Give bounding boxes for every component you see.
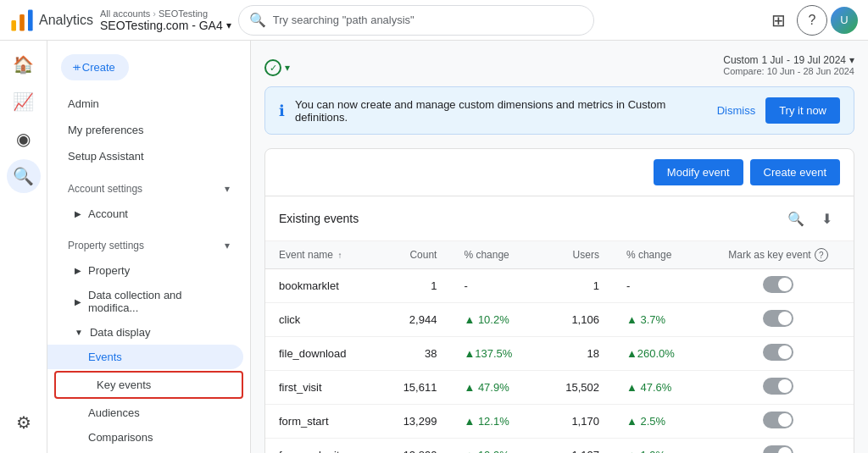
event-name-cell: bookmarklet — [265, 269, 378, 303]
sidebar-item-custom-definitions[interactable]: Custom definitions — [47, 450, 250, 453]
explore-nav-icon[interactable]: ◉ — [7, 122, 41, 156]
sidebar-item-data-display[interactable]: ▼ Data display — [47, 320, 250, 345]
sidebar-item-property[interactable]: ▶ Property — [47, 258, 250, 283]
key-event-toggle[interactable] — [763, 445, 793, 453]
toggle-cell[interactable] — [703, 303, 854, 337]
info-banner: ℹ You can now create and manage custom d… — [264, 86, 854, 135]
count-header: Count — [378, 241, 451, 269]
collapse-property-icon: ▾ — [225, 240, 230, 251]
event-name-cell: form_submit — [265, 439, 378, 454]
create-event-button[interactable]: Create event — [750, 159, 840, 185]
users-change-cell: ▲ 2.5% — [613, 405, 703, 439]
count-change-cell: ▲ 47.9% — [450, 371, 540, 405]
count-change-cell: ▲ 12.1% — [450, 405, 540, 439]
data-collection-expand-icon: ▶ — [75, 297, 81, 307]
count-cell: 12,890 — [378, 439, 451, 454]
key-event-toggle[interactable] — [763, 310, 793, 327]
date-from: 1 Jul — [762, 54, 783, 66]
date-range-picker[interactable]: Custom 1 Jul - 19 Jul 2024 ▾ Compare: 10… — [723, 54, 854, 76]
table-row: form_start 13,299 ▲ 12.1% 1,170 ▲ 2.5% — [265, 405, 854, 439]
count-cell: 13,299 — [378, 405, 451, 439]
reports-nav-icon[interactable]: 📈 — [7, 85, 41, 119]
count-change-cell: - — [450, 269, 540, 303]
users-header: Users — [540, 241, 613, 269]
account-selector[interactable]: SEOTesting.com - GA4 ▾ — [100, 19, 231, 32]
main-content: ✓ ▾ Custom 1 Jul - 19 Jul 2024 ▾ Compare… — [251, 41, 868, 453]
custom-label: Custom — [723, 54, 758, 66]
users-change-cell: - — [613, 269, 703, 303]
svg-rect-0 — [11, 20, 16, 31]
breadcrumb: All accounts › SEOTesting — [100, 8, 231, 19]
chevron-down-icon: ▾ — [226, 19, 231, 31]
svg-rect-1 — [19, 14, 25, 31]
compare-range: Compare: 10 Jun - 28 Jun 2024 — [723, 66, 854, 76]
events-card: Modify event Create event Existing event… — [264, 148, 854, 453]
expand-arrow-icon: ▶ — [75, 209, 81, 218]
users-change-cell: ▲260.0% — [613, 337, 703, 371]
existing-events-title: Existing events — [279, 212, 359, 225]
sidebar-item-my-preferences[interactable]: My preferences — [47, 117, 250, 143]
advertising-nav-icon[interactable]: 🔍 — [7, 159, 41, 193]
count-change-header: % change — [450, 241, 540, 269]
key-event-toggle[interactable] — [763, 276, 793, 293]
table-row: file_download 38 ▲137.5% 18 ▲260.0% — [265, 337, 854, 371]
info-icon: ℹ — [279, 102, 285, 120]
count-change-cell: ▲ 10.9% — [450, 439, 540, 454]
verified-badge[interactable]: ✓ ▾ — [264, 59, 290, 76]
dismiss-button[interactable]: Dismiss — [717, 104, 756, 117]
left-nav-panel: + + Create Admin My preferences Setup As… — [47, 41, 251, 453]
toggle-cell[interactable] — [703, 439, 854, 454]
create-button[interactable]: + + Create — [61, 54, 129, 80]
data-display-expand-icon: ▼ — [75, 328, 83, 337]
sort-icon: ↑ — [337, 251, 342, 260]
collapse-icon: ▾ — [225, 183, 230, 195]
key-event-toggle[interactable] — [763, 344, 793, 361]
toggle-cell[interactable] — [703, 371, 854, 405]
toggle-cell[interactable] — [703, 337, 854, 371]
help-button[interactable]: ? — [797, 5, 827, 36]
users-cell: 15,502 — [540, 371, 613, 405]
search-events-button[interactable]: 🔍 — [782, 205, 810, 232]
sidebar-item-admin[interactable]: Admin — [47, 91, 250, 117]
sidebar-item-data-collection[interactable]: ▶ Data collection and modifica... — [47, 283, 250, 320]
users-cell: 18 — [540, 337, 613, 371]
sidebar-item-setup-assistant[interactable]: Setup Assistant — [47, 143, 250, 169]
date-to: 19 Jul 2024 — [793, 54, 846, 66]
date-chevron-icon: ▾ — [849, 54, 854, 66]
users-change-cell: ▲ 47.6% — [613, 371, 703, 405]
apps-grid-button[interactable]: ⊞ — [763, 5, 793, 36]
property-settings-header[interactable]: Property settings ▾ — [47, 233, 250, 258]
modify-event-button[interactable]: Modify event — [654, 159, 743, 185]
banner-message: You can now create and manage custom dim… — [295, 98, 707, 124]
search-bar[interactable]: 🔍 Try searching "path analysis" — [238, 5, 594, 36]
users-cell: 1,106 — [540, 303, 613, 337]
avatar[interactable]: U — [831, 7, 858, 34]
account-settings-header[interactable]: Account settings ▾ — [47, 176, 250, 202]
account-name: SEOTesting.com - GA4 — [100, 19, 223, 32]
table-row: first_visit 15,611 ▲ 47.9% 15,502 ▲ 47.6… — [265, 371, 854, 405]
toggle-cell[interactable] — [703, 269, 854, 303]
property-expand-icon: ▶ — [75, 266, 81, 275]
try-it-now-button[interactable]: Try it now — [765, 97, 840, 124]
download-events-button[interactable]: ⬇ — [813, 205, 840, 232]
breadcrumb-account[interactable]: SEOTesting — [159, 8, 208, 19]
event-name-cell: first_visit — [265, 371, 378, 405]
home-nav-icon[interactable]: 🏠 — [7, 47, 41, 81]
users-cell: 1 — [540, 269, 613, 303]
sidebar-item-comparisons[interactable]: Comparisons — [47, 425, 250, 450]
toggle-cell[interactable] — [703, 405, 854, 439]
sidebar-item-key-events[interactable]: Key events — [54, 371, 243, 399]
sidebar-item-events[interactable]: Events — [47, 345, 243, 369]
sidebar-item-account[interactable]: ▶ Account — [47, 202, 250, 226]
key-event-toggle[interactable] — [763, 412, 793, 428]
breadcrumb-all-accounts[interactable]: All accounts — [100, 8, 150, 19]
key-event-toggle[interactable] — [763, 378, 793, 395]
settings-gear-icon[interactable]: ⚙ — [7, 406, 41, 439]
app-title: Analytics — [39, 13, 93, 28]
sidebar-item-audiences[interactable]: Audiences — [47, 401, 250, 425]
users-change-cell: ▲ 3.7% — [613, 303, 703, 337]
event-name-header[interactable]: Event name ↑ — [265, 241, 378, 269]
mark-info-icon[interactable]: ? — [815, 248, 828, 262]
chevron-down-verified-icon: ▾ — [285, 62, 290, 74]
breadcrumb-separator: › — [153, 8, 156, 19]
